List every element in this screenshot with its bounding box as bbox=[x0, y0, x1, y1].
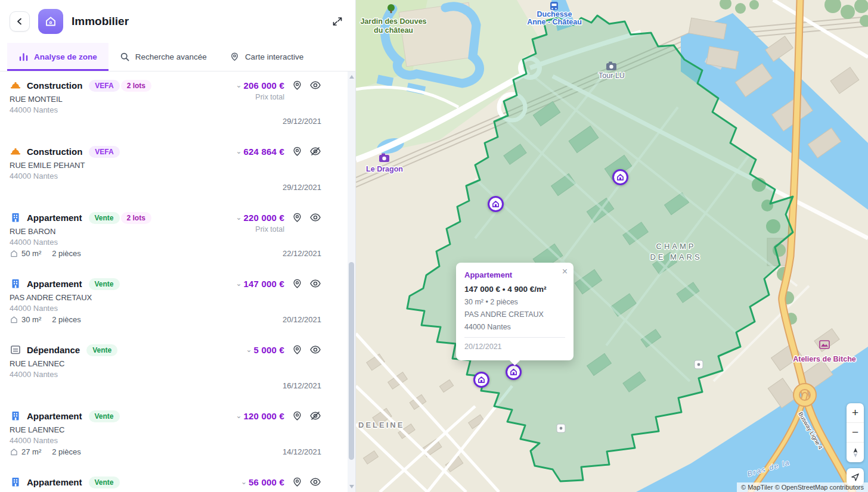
location-pin-icon[interactable] bbox=[291, 410, 303, 422]
popup-title: Appartement bbox=[464, 270, 565, 279]
house-marker-icon bbox=[478, 376, 485, 384]
close-icon[interactable]: × bbox=[562, 267, 568, 276]
house-marker-icon bbox=[492, 200, 500, 208]
compass-button[interactable] bbox=[847, 443, 864, 462]
map-marker[interactable] bbox=[488, 196, 504, 212]
compass-icon bbox=[851, 447, 860, 458]
chevron-down-icon: ⌄ bbox=[235, 412, 241, 419]
listing-price[interactable]: ⌄ 624 864 € bbox=[235, 147, 284, 157]
visibility-icon[interactable] bbox=[309, 278, 321, 289]
listing-item[interactable]: Dépendance Vente RUE LAENNEC 44000 Nante… bbox=[0, 336, 348, 402]
scrollbar-thumb[interactable] bbox=[349, 262, 354, 460]
location-pin-icon[interactable] bbox=[291, 211, 303, 223]
badges: Vente2 lots bbox=[88, 212, 151, 223]
house-marker-icon bbox=[510, 368, 517, 376]
listing-rooms: 2 pièces bbox=[52, 315, 80, 324]
badges: Vente bbox=[88, 477, 120, 487]
listing-item[interactable]: Construction VEFA2 lots RUE MONTEIL 4400… bbox=[0, 71, 348, 138]
listing-surface: 30 m² bbox=[21, 315, 41, 324]
scrollbar[interactable] bbox=[348, 71, 355, 492]
popup-city: 44000 Nantes bbox=[464, 323, 565, 331]
listing-date: 22/12/2021 bbox=[283, 249, 321, 258]
bar-chart-icon bbox=[18, 52, 29, 62]
price-note: Prix total bbox=[255, 93, 284, 101]
listing-street: RUE LAENNEC bbox=[10, 425, 338, 434]
badge-vente: Vente bbox=[89, 212, 120, 224]
listing-item[interactable]: Appartement Vente RUE LAENNEC 44000 Nant… bbox=[0, 402, 348, 468]
listing-item[interactable]: Appartement Vente RUE EMILE PEHANT 44000… bbox=[0, 468, 348, 492]
construction-icon bbox=[10, 79, 21, 91]
zoom-in-button[interactable]: + bbox=[847, 403, 864, 423]
label-station: Duchesse bbox=[537, 10, 572, 18]
visibility-icon[interactable] bbox=[309, 79, 321, 91]
map-marker[interactable] bbox=[473, 372, 489, 388]
scroll-down-arrow[interactable] bbox=[349, 485, 354, 488]
listing-price[interactable]: ⌄ 220 000 € bbox=[235, 213, 284, 223]
listing-price[interactable]: ⌄ 120 000 € bbox=[235, 411, 284, 421]
chevron-down-icon: ⌄ bbox=[246, 346, 252, 353]
visibility-icon[interactable] bbox=[309, 344, 321, 356]
zoom-out-button[interactable]: − bbox=[847, 423, 864, 443]
map-marker-selected[interactable] bbox=[506, 364, 522, 380]
listing-street: RUE LAENNEC bbox=[10, 359, 338, 368]
expand-icon bbox=[331, 15, 343, 27]
map-attribution: © MapTiler © OpenStreetMap contributors bbox=[737, 482, 868, 492]
listing-price[interactable]: ⌄ 56 000 € bbox=[241, 477, 284, 487]
listing-item[interactable]: Appartement Vente PAS ANDRE CRETAUX 4400… bbox=[0, 270, 348, 336]
tab-bar: Analyse de zone Recherche avancée Carte … bbox=[0, 43, 355, 71]
visibility-icon[interactable] bbox=[309, 211, 321, 223]
expand-button[interactable] bbox=[331, 15, 343, 30]
scroll-up-arrow[interactable] bbox=[349, 75, 354, 79]
listing-date: 29/12/2021 bbox=[283, 183, 321, 192]
label-le-dragon: Le Dragon bbox=[366, 165, 403, 173]
chevron-left-icon bbox=[15, 17, 24, 26]
badge-vente: Vente bbox=[89, 278, 120, 290]
garage-icon bbox=[10, 344, 21, 356]
back-button[interactable] bbox=[10, 11, 30, 32]
map-marker[interactable] bbox=[612, 169, 628, 185]
chevron-down-icon: ⌄ bbox=[235, 148, 241, 155]
listing-item[interactable]: Construction VEFA RUE EMILE PEHANT 44000… bbox=[0, 138, 348, 204]
construction-icon bbox=[10, 145, 21, 157]
listing-price[interactable]: ⌄ 147 000 € bbox=[235, 279, 284, 289]
location-pin-icon[interactable] bbox=[291, 476, 303, 488]
listing-city: 44000 Nantes bbox=[10, 105, 338, 114]
app-header: Immobilier bbox=[0, 0, 355, 43]
listing-date: 16/12/2021 bbox=[283, 381, 321, 390]
map[interactable]: Jardin des Douves du château Duchesse An… bbox=[356, 0, 868, 492]
location-pin-icon[interactable] bbox=[291, 145, 303, 157]
tab-label: Analyse de zone bbox=[34, 52, 97, 61]
building-icon bbox=[10, 410, 21, 422]
badges: Vente bbox=[88, 278, 120, 289]
label-district: DELEINE bbox=[358, 421, 404, 429]
listing-type: Appartement bbox=[27, 411, 82, 421]
home-small-icon bbox=[10, 249, 18, 258]
badges: Vente bbox=[88, 410, 120, 421]
visibility-icon[interactable] bbox=[309, 476, 321, 488]
listing-price[interactable]: ⌄ 206 000 € bbox=[235, 80, 284, 91]
chevron-down-icon: ⌄ bbox=[235, 280, 241, 287]
building-icon bbox=[10, 278, 21, 289]
popup-price: 147 000 € • 4 900 €/m² bbox=[464, 285, 565, 294]
chevron-down-icon: ⌄ bbox=[235, 214, 241, 221]
visibility-off-icon[interactable] bbox=[309, 145, 321, 157]
label-champ2: DE MARS bbox=[650, 253, 702, 261]
tab-label: Carte interactive bbox=[245, 52, 303, 61]
home-icon bbox=[44, 15, 57, 28]
listing-item[interactable]: Appartement Vente2 lots RUE BARON 44000 … bbox=[0, 204, 348, 270]
tab-recherche-avancee[interactable]: Recherche avancée bbox=[108, 43, 218, 71]
listing-price[interactable]: ⌄ 5 000 € bbox=[246, 345, 284, 355]
badge-lots: 2 lots bbox=[121, 212, 151, 224]
listing-city: 44000 Nantes bbox=[10, 436, 338, 445]
location-pin-icon[interactable] bbox=[291, 79, 303, 91]
listing-surface: 27 m² bbox=[21, 447, 41, 456]
visibility-off-icon[interactable] bbox=[309, 410, 321, 422]
location-pin-icon[interactable] bbox=[291, 344, 303, 356]
map-tiles: Jardin des Douves du château Duchesse An… bbox=[356, 0, 868, 492]
label-tour-lu: Tour LU bbox=[599, 71, 625, 80]
tab-analyse-de-zone[interactable]: Analyse de zone bbox=[7, 43, 108, 71]
location-pin-icon[interactable] bbox=[291, 278, 303, 289]
label-garden: Jardin des Douves bbox=[360, 17, 426, 26]
listing-type: Appartement bbox=[27, 279, 82, 289]
tab-carte-interactive[interactable]: Carte interactive bbox=[218, 43, 315, 71]
